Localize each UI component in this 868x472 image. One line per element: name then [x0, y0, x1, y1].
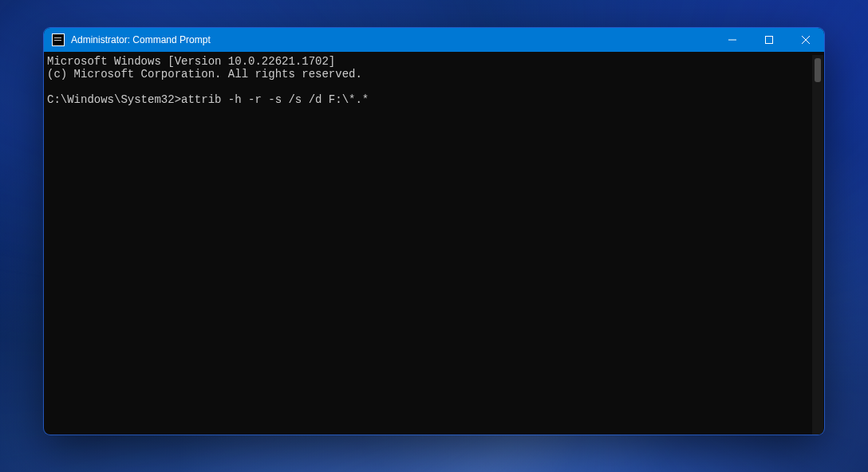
terminal-output[interactable]: Microsoft Windows [Version 10.0.22621.17… [47, 55, 812, 435]
terminal-body[interactable]: Microsoft Windows [Version 10.0.22621.17… [44, 52, 824, 435]
close-button[interactable] [787, 28, 824, 52]
titlebar[interactable]: Administrator: Command Prompt [44, 28, 824, 52]
command-prompt-window: Administrator: Command Prompt Mi [44, 28, 824, 435]
prompt-path: C:\Windows\System32> [47, 93, 181, 106]
vertical-scrollbar[interactable] [812, 55, 823, 435]
cmd-icon [52, 33, 65, 46]
maximize-icon [765, 36, 773, 44]
minimize-icon [728, 36, 736, 44]
svg-rect-1 [766, 37, 773, 44]
minimize-button[interactable] [714, 28, 751, 52]
command-input[interactable]: attrib -h -r -s /s /d F:\*.* [181, 93, 369, 106]
window-title: Administrator: Command Prompt [71, 34, 211, 45]
maximize-button[interactable] [751, 28, 787, 52]
version-line: Microsoft Windows [Version 10.0.22621.17… [47, 55, 335, 68]
copyright-line: (c) Microsoft Corporation. All rights re… [47, 68, 362, 81]
scrollbar-thumb[interactable] [815, 58, 821, 82]
window-controls [714, 28, 824, 52]
close-icon [802, 36, 810, 44]
